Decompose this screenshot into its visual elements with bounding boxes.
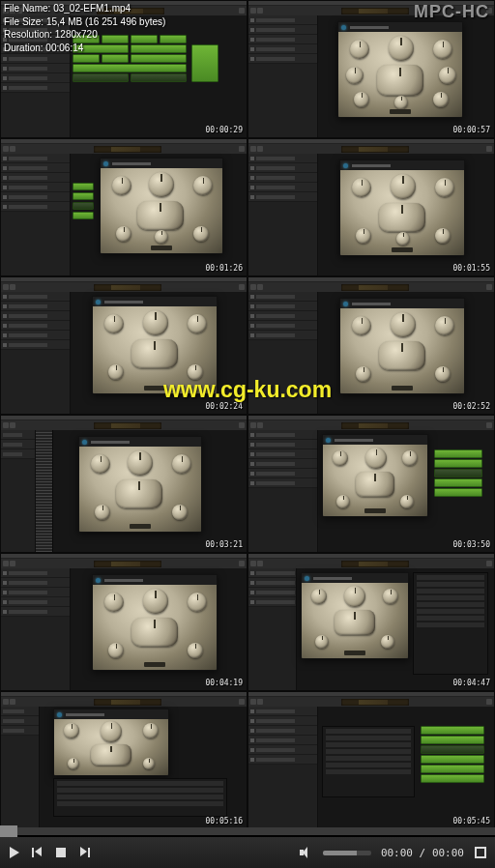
thumbnail: 00:04:47 xyxy=(248,553,495,691)
filesize-label: File Size: xyxy=(4,16,44,27)
thumbnail: 00:03:50 xyxy=(248,415,495,553)
fullscreen-button[interactable] xyxy=(474,846,487,859)
thumbnail-timestamp: 00:05:16 xyxy=(205,817,243,825)
filesize-value: 15,4 MB (16 251 496 bytes) xyxy=(46,16,165,27)
play-icon xyxy=(10,847,19,858)
skip-forward-icon xyxy=(78,847,90,858)
time-display: 00:00 / 00:00 xyxy=(381,847,464,859)
thumbnail-timestamp: 00:00:57 xyxy=(452,126,490,134)
thumbnail: 00:05:45 xyxy=(248,691,495,829)
skip-forward-button[interactable] xyxy=(77,846,91,859)
seek-bar[interactable] xyxy=(0,825,495,837)
resolution-label: Resolution: xyxy=(4,29,52,40)
thumbnail-timestamp: 00:03:21 xyxy=(205,540,243,549)
thumbnail: 00:02:24 xyxy=(0,276,248,415)
skip-back-icon xyxy=(32,847,44,858)
thumbnail: 00:02:52 xyxy=(248,276,495,415)
thumbnail: 00:01:26 xyxy=(0,138,248,276)
thumbnail-timestamp: 00:02:52 xyxy=(452,402,490,411)
skip-back-button[interactable] xyxy=(31,846,44,859)
thumbnail-timestamp: 00:02:24 xyxy=(205,402,243,411)
thumbnail: 00:04:19 xyxy=(0,553,248,691)
volume-slider[interactable] xyxy=(323,851,371,855)
thumbnail-timestamp: 00:03:50 xyxy=(452,540,490,549)
app-logo: MPC-HC xyxy=(414,2,489,22)
thumbnail-timestamp: 00:01:55 xyxy=(452,264,490,273)
thumbnail-timestamp: 00:04:47 xyxy=(452,679,490,687)
play-button[interactable] xyxy=(8,846,21,859)
fullscreen-icon xyxy=(475,847,486,858)
file-info-overlay: File Name: 03_02-EFM1.mp4 File Size: 15,… xyxy=(4,2,165,54)
thumbnail-timestamp: 00:00:29 xyxy=(205,126,243,134)
duration-value: 00:06:14 xyxy=(45,43,83,53)
filename-label: File Name: xyxy=(4,3,50,14)
stop-button[interactable] xyxy=(54,846,68,859)
thumbnail-grid: 00:00:29 xyxy=(0,0,495,829)
filename-value: 03_02-EFM1.mp4 xyxy=(53,3,131,14)
thumbnail: 00:05:16 xyxy=(0,691,248,829)
player-controls: 00:00 / 00:00 xyxy=(0,837,495,868)
thumbnail: 00:01:55 xyxy=(248,138,495,276)
duration-label: Duration: xyxy=(4,43,44,53)
stop-icon xyxy=(56,848,66,857)
volume-icon xyxy=(300,846,313,859)
thumbnail-timestamp: 00:04:19 xyxy=(205,679,243,687)
volume-button[interactable] xyxy=(300,846,313,859)
resolution-value: 1280x720 xyxy=(55,29,98,40)
thumbnail-timestamp: 00:05:45 xyxy=(452,817,490,825)
thumbnail: 00:03:21 xyxy=(0,415,248,553)
thumbnail-timestamp: 00:01:26 xyxy=(205,264,243,273)
